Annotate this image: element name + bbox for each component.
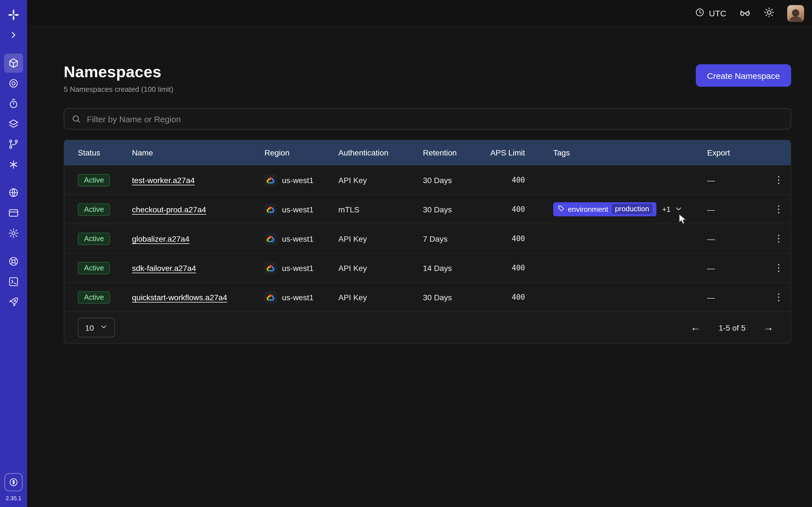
pagination-range: 1-5 of 5 xyxy=(719,323,746,332)
sidebar: 2.35.1 xyxy=(0,0,27,507)
retention-value: 30 Days xyxy=(423,175,488,184)
auth-value: mTLS xyxy=(338,205,423,214)
pagination: ← 1-5 of 5 → xyxy=(687,321,777,335)
region-label: us-west1 xyxy=(282,205,313,214)
gcp-cloud-icon xyxy=(264,174,277,186)
billing-icon[interactable] xyxy=(4,203,23,223)
status-badge: Active xyxy=(78,232,110,245)
export-value: — xyxy=(707,263,766,272)
retention-value: 30 Days xyxy=(423,205,488,214)
gcp-cloud-icon xyxy=(264,203,277,216)
page-size-select[interactable]: 10 xyxy=(78,318,115,337)
row-actions-button[interactable]: ⋮ xyxy=(769,203,788,215)
sidebar-expand-icon[interactable] xyxy=(4,25,23,45)
deployments-icon[interactable] xyxy=(4,114,23,133)
glasses-button[interactable] xyxy=(739,6,751,20)
app-root: 2.35.1 UTC xyxy=(0,0,812,507)
user-avatar[interactable] xyxy=(787,5,804,22)
batch-operations-icon[interactable] xyxy=(4,155,23,174)
namespace-link[interactable]: globalizer.a27a4 xyxy=(132,234,190,243)
namespace-link[interactable]: sdk-failover.a27a4 xyxy=(132,263,196,272)
tags-expand-button[interactable] xyxy=(673,203,684,216)
gcp-cloud-icon xyxy=(264,232,277,245)
next-page-button[interactable]: → xyxy=(760,321,777,335)
namespace-link[interactable]: quickstart-workflows.a27a4 xyxy=(132,293,227,302)
page-subtitle: 5 Namespaces created (100 limit) xyxy=(64,85,173,94)
nexus-icon[interactable] xyxy=(4,74,23,93)
prev-page-button[interactable]: ← xyxy=(687,321,704,335)
export-value: — xyxy=(707,205,766,214)
filter-input[interactable] xyxy=(64,108,791,129)
region-label: us-west1 xyxy=(282,234,313,243)
retention-value: 14 Days xyxy=(423,263,488,272)
docs-terminal-icon[interactable] xyxy=(4,272,23,291)
table-row: Active quickstart-workflows.a27a4 us-wes… xyxy=(64,282,791,312)
support-icon[interactable] xyxy=(4,252,23,271)
row-actions-button[interactable]: ⋮ xyxy=(769,233,788,244)
region-label: us-west1 xyxy=(282,293,313,302)
tags-cell: environment production +1 xyxy=(539,202,707,216)
workflows-icon[interactable] xyxy=(4,135,23,154)
clock-icon xyxy=(695,7,705,19)
export-value: — xyxy=(707,175,766,184)
glasses-icon xyxy=(739,6,751,20)
table-footer: 10 ← 1-5 of 5 → xyxy=(64,312,791,343)
auth-value: API Key xyxy=(338,175,423,184)
col-authentication: Authentication xyxy=(338,148,423,157)
status-badge: Active xyxy=(78,262,110,274)
auth-value: API Key xyxy=(338,263,423,272)
top-bar: UTC xyxy=(27,0,812,27)
globe-icon[interactable] xyxy=(4,183,23,202)
table-row: Active test-worker.a27a4 us-west1 API Ke… xyxy=(64,165,791,194)
col-tags: Tags xyxy=(539,148,707,157)
chevron-down-icon xyxy=(674,204,683,214)
col-name: Name xyxy=(132,148,264,157)
row-actions-button[interactable]: ⋮ xyxy=(769,291,788,303)
sun-icon xyxy=(763,7,775,20)
status-badge: Active xyxy=(78,291,110,303)
export-value: — xyxy=(707,293,766,302)
temporal-logo-icon[interactable] xyxy=(4,5,23,24)
gcp-cloud-icon xyxy=(264,262,277,274)
aps-limit-value: 400 xyxy=(488,264,539,272)
table-row: Active checkout-prod.a27a4 us-west1 mTLS… xyxy=(64,194,791,224)
row-actions-button[interactable]: ⋮ xyxy=(769,262,788,274)
row-actions-button[interactable]: ⋮ xyxy=(769,174,788,186)
aps-limit-value: 400 xyxy=(488,234,539,243)
content-column: UTC Namespaces 5 Namespaces cre xyxy=(27,0,812,507)
auth-value: API Key xyxy=(338,234,423,243)
settings-icon[interactable] xyxy=(4,224,23,243)
timezone-selector[interactable]: UTC xyxy=(695,7,726,19)
page-size-value: 10 xyxy=(85,323,94,332)
page-title: Namespaces xyxy=(64,63,173,81)
table-row: Active globalizer.a27a4 us-west1 API Key… xyxy=(64,224,791,253)
gcp-cloud-icon xyxy=(264,291,277,303)
namespace-link[interactable]: test-worker.a27a4 xyxy=(132,175,195,184)
status-badge: Active xyxy=(78,203,110,216)
theme-toggle-button[interactable] xyxy=(763,7,775,20)
aps-limit-value: 400 xyxy=(488,176,539,184)
getting-started-icon[interactable] xyxy=(4,292,23,312)
table-row: Active sdk-failover.a27a4 us-west1 API K… xyxy=(64,253,791,282)
tag-icon xyxy=(558,205,564,213)
filter-bar xyxy=(64,108,791,129)
namespaces-icon[interactable] xyxy=(4,54,23,73)
page-header: Namespaces 5 Namespaces created (100 lim… xyxy=(64,63,791,94)
create-namespace-button[interactable]: Create Namespace xyxy=(696,64,791,87)
usage-icon[interactable] xyxy=(4,473,22,491)
status-badge: Active xyxy=(78,174,110,186)
aps-limit-value: 400 xyxy=(488,205,539,214)
tag-key: environment xyxy=(568,205,608,213)
tag-pill[interactable]: environment production xyxy=(553,202,657,216)
tag-value: production xyxy=(612,204,652,214)
retention-value: 30 Days xyxy=(423,293,488,302)
col-status: Status xyxy=(64,148,132,157)
schedules-icon[interactable] xyxy=(4,94,23,113)
app-version: 2.35.1 xyxy=(6,495,21,501)
col-retention: Retention xyxy=(423,148,488,157)
namespace-link[interactable]: checkout-prod.a27a4 xyxy=(132,205,206,214)
chevron-down-icon xyxy=(100,323,107,332)
region-label: us-west1 xyxy=(282,175,313,184)
table-header-row: Status Name Region Authentication Retent… xyxy=(64,140,791,165)
aps-limit-value: 400 xyxy=(488,293,539,301)
